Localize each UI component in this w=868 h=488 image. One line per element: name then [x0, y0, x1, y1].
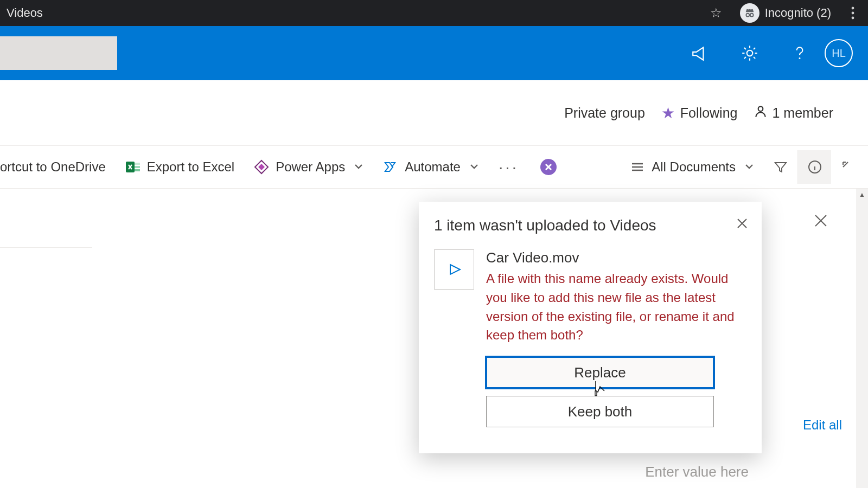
svg-point-2: [852, 7, 854, 10]
group-privacy-label: Private group: [564, 105, 645, 121]
scroll-up-arrow[interactable]: ▲: [856, 189, 868, 201]
details-panel: Edit all: [768, 189, 855, 488]
follow-label: Following: [680, 105, 738, 121]
add-shortcut-onedrive-button[interactable]: ortcut to OneDrive: [0, 146, 116, 188]
avatar-initials: HL: [832, 47, 846, 60]
star-filled-icon: ★: [661, 104, 675, 122]
chevron-down-icon: [354, 159, 363, 175]
svg-point-4: [852, 17, 854, 20]
replace-button[interactable]: Replace: [486, 357, 714, 388]
export-excel-button[interactable]: Export to Excel: [116, 146, 244, 188]
cmd-label: ortcut to OneDrive: [0, 159, 106, 175]
site-group-info: Private group ★ Following 1 member: [0, 80, 868, 145]
incognito-label: Incognito (2): [765, 6, 831, 20]
incognito-indicator[interactable]: Incognito (2): [736, 3, 835, 23]
dialog-close-button[interactable]: [736, 217, 749, 232]
search-input[interactable]: [0, 36, 117, 70]
automate-icon: [383, 159, 398, 175]
follow-toggle[interactable]: ★ Following: [661, 104, 738, 122]
svg-point-0: [746, 14, 749, 17]
view-selector[interactable]: All Documents: [620, 159, 764, 175]
help-icon[interactable]: [784, 38, 815, 68]
member-count-label: 1 member: [772, 105, 833, 121]
vertical-scrollbar[interactable]: ▲: [856, 189, 868, 488]
automate-button[interactable]: Automate: [373, 146, 489, 188]
conflict-filename: Car Video.mov: [486, 249, 746, 266]
filter-button[interactable]: [764, 150, 797, 184]
powerapps-icon: [254, 159, 269, 175]
expand-button[interactable]: [831, 150, 865, 184]
svg-point-7: [758, 106, 763, 111]
power-apps-button[interactable]: Power Apps: [244, 146, 373, 188]
member-count[interactable]: 1 member: [754, 104, 833, 121]
cmd-label: Export to Excel: [147, 159, 234, 175]
command-bar: ortcut to OneDrive Export to Excel Power…: [0, 145, 868, 189]
close-panel-button[interactable]: [813, 213, 829, 231]
list-icon: [630, 159, 645, 175]
excel-icon: [125, 159, 141, 175]
conflict-message: A file with this name already exists. Wo…: [486, 269, 746, 345]
cmd-label: Power Apps: [276, 159, 345, 175]
property-placeholder[interactable]: Enter value here: [645, 464, 749, 480]
megaphone-icon[interactable]: [685, 38, 715, 68]
suite-header: HL: [0, 26, 868, 80]
more-commands-button[interactable]: ···: [489, 158, 528, 176]
svg-point-1: [750, 14, 753, 17]
user-avatar[interactable]: HL: [825, 39, 853, 67]
browser-tab-title: Videos: [4, 6, 43, 20]
video-file-icon: [434, 249, 474, 290]
cmd-label: Automate: [405, 159, 461, 175]
chevron-down-icon: [469, 159, 479, 175]
svg-point-5: [747, 50, 753, 56]
incognito-icon: [740, 3, 760, 23]
svg-point-3: [852, 12, 854, 15]
svg-rect-10: [135, 166, 140, 168]
dismiss-status-button[interactable]: [540, 159, 557, 175]
chevron-down-icon: [744, 159, 754, 175]
view-label: All Documents: [652, 159, 736, 175]
keep-both-button[interactable]: Keep both: [486, 396, 714, 427]
edit-all-link[interactable]: Edit all: [803, 418, 842, 433]
svg-rect-9: [135, 163, 140, 165]
browser-tab-bar: Videos ☆ Incognito (2): [0, 0, 868, 26]
dialog-title: 1 item wasn't uploaded to Videos: [434, 217, 746, 234]
person-icon: [754, 104, 768, 121]
settings-gear-icon[interactable]: [735, 38, 765, 68]
bookmark-star-icon[interactable]: ☆: [705, 2, 727, 24]
upload-conflict-dialog: 1 item wasn't uploaded to Videos Car Vid…: [419, 202, 762, 453]
details-pane-toggle[interactable]: [797, 150, 831, 184]
svg-point-6: [799, 57, 801, 59]
browser-menu-icon[interactable]: [842, 2, 864, 24]
svg-rect-11: [135, 169, 140, 171]
